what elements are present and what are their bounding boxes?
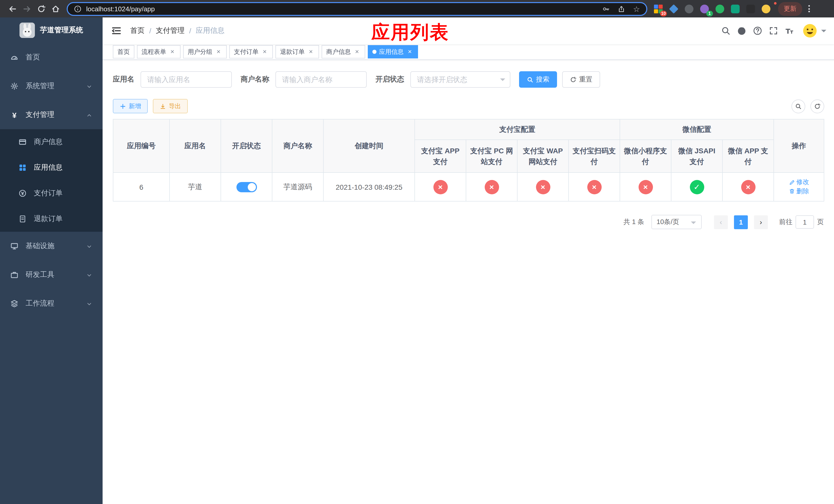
bookmark-star-icon[interactable]: ☆ [632, 4, 641, 13]
help-icon[interactable] [749, 23, 765, 39]
cell-created: 2021-10-23 08:49:25 [323, 173, 415, 201]
page-1-button[interactable]: 1 [734, 215, 748, 229]
sidebar-item-app-info[interactable]: 应用信息 [0, 155, 103, 181]
chevron-down-icon [86, 272, 92, 278]
sidebar-item-infrastructure[interactable]: 基础设施 [0, 232, 103, 260]
cell-app-name: 芋道 [170, 173, 221, 201]
cell-wx-jsapi [671, 173, 722, 201]
grid-icon [19, 164, 27, 172]
search-toggle-button[interactable] [791, 99, 805, 113]
page: localhost:1024/pay/app ☆ 10 1 [0, 0, 834, 504]
tab-refund-order[interactable]: 退款订单× [276, 45, 319, 59]
reload-icon[interactable] [34, 2, 48, 16]
sidebar-item-system[interactable]: 系统管理 [0, 72, 103, 100]
page-size-select[interactable]: 10条/页 [652, 215, 702, 229]
sidebar-item-pay-order[interactable]: 支付订单 [0, 181, 103, 206]
col-status: 开启状态 [221, 119, 272, 173]
breadcrumb: 首页 / 支付管理 / 应用信息 [130, 26, 225, 36]
url-text[interactable]: localhost:1024/pay/app [86, 5, 595, 13]
refresh-button[interactable] [810, 99, 824, 113]
search-button[interactable]: 搜索 [519, 71, 557, 88]
chevron-up-icon [86, 112, 92, 118]
app-name-input[interactable] [140, 71, 232, 88]
extension-icon-1[interactable]: 10 [654, 4, 663, 14]
delete-button[interactable]: 删除 [789, 187, 809, 196]
site-info-icon[interactable] [73, 4, 82, 13]
breadcrumb-payment[interactable]: 支付管理 [156, 26, 185, 36]
sidebar-item-merchant-info[interactable]: 商户信息 [0, 129, 103, 155]
back-icon[interactable] [5, 2, 20, 16]
status-fail-icon [433, 180, 447, 194]
edit-button[interactable]: 修改 [789, 178, 809, 187]
forward-icon[interactable] [20, 2, 34, 16]
prev-page-button[interactable]: ‹ [714, 215, 728, 229]
status-fail-icon [638, 180, 653, 194]
pagination: 共 1 条 10条/页 ‹ 1 › 前往 页 [113, 215, 824, 229]
reset-button[interactable]: 重置 [562, 71, 600, 88]
url-bar[interactable]: localhost:1024/pay/app ☆ [67, 2, 647, 16]
sidebar-item-dev-tools[interactable]: 研发工具 [0, 260, 103, 289]
extension-icon-6[interactable] [730, 4, 740, 14]
cell-merchant: 芋道源码 [272, 173, 323, 201]
search-icon [795, 103, 802, 110]
extension-icon-2[interactable] [669, 4, 679, 14]
chevron-down-icon [86, 83, 92, 89]
sidebar: 芋道管理系统 首页 系统管理 ¥ [0, 18, 103, 504]
status-toggle[interactable] [236, 182, 257, 192]
dashboard-icon [10, 53, 19, 62]
close-icon[interactable]: × [215, 48, 222, 55]
filter-form: 应用名 商户名称 开启状态 [113, 71, 824, 88]
col-alipay-app: 支付宝 APP 支付 [415, 140, 466, 173]
extension-icon-3[interactable] [684, 4, 694, 14]
app-logo[interactable]: 芋道管理系统 [0, 18, 103, 43]
close-icon[interactable]: × [353, 48, 360, 55]
document-icon [19, 215, 27, 223]
next-page-button[interactable]: › [754, 215, 768, 229]
password-key-icon[interactable] [601, 4, 610, 13]
sidebar-item-refund-order[interactable]: 退款订单 [0, 206, 103, 232]
extension-icon-5[interactable] [715, 4, 725, 14]
home-icon[interactable] [48, 2, 63, 16]
caret-down-icon [821, 30, 826, 35]
tab-pay-order[interactable]: 支付订单× [229, 45, 273, 59]
add-button[interactable]: 新增 [113, 99, 148, 113]
browser-update-button[interactable]: 更新 [778, 2, 802, 16]
close-icon[interactable]: × [406, 48, 413, 55]
tab-home[interactable]: 首页 [113, 45, 134, 59]
tab-process-form[interactable]: 流程表单× [137, 45, 180, 59]
sidebar-item-workflow[interactable]: 工作流程 [0, 289, 103, 318]
close-icon[interactable]: × [261, 48, 268, 55]
font-size-icon[interactable] [781, 23, 797, 39]
export-button[interactable]: 导出 [153, 99, 188, 113]
user-menu[interactable] [802, 23, 826, 39]
status-fail-icon [741, 180, 755, 194]
close-icon[interactable]: × [169, 48, 176, 55]
user-avatar [802, 23, 818, 39]
goto-page-input[interactable] [795, 215, 814, 229]
extension-icon-7[interactable] [746, 4, 755, 14]
gear-icon [10, 82, 19, 90]
merchant-name-input[interactable] [276, 71, 367, 88]
share-icon[interactable] [616, 4, 626, 13]
tab-app-info[interactable]: 应用信息× [368, 45, 418, 59]
fullscreen-icon[interactable] [765, 23, 781, 39]
extension-icon-4[interactable]: 1 [700, 4, 709, 14]
tab-user-group[interactable]: 用户分组× [183, 45, 227, 59]
tab-merchant-info[interactable]: 商户信息× [322, 45, 365, 59]
breadcrumb-home[interactable]: 首页 [130, 26, 145, 36]
extension-badge-2: 1 [706, 10, 713, 16]
github-icon[interactable] [733, 23, 749, 39]
goto-label: 前往 [779, 217, 792, 227]
browser-menu-icon[interactable] [808, 5, 810, 12]
sidebar-item-payment[interactable]: ¥ 支付管理 [0, 100, 103, 129]
search-icon[interactable] [718, 23, 733, 39]
close-icon[interactable]: × [307, 48, 314, 55]
sidebar-toggle-icon[interactable] [111, 25, 122, 37]
app-title: 芋道管理系统 [40, 26, 83, 35]
sidebar-item-home[interactable]: 首页 [0, 43, 103, 72]
cell-alipay-qr [569, 173, 620, 201]
extension-icon-8[interactable] [761, 4, 771, 14]
update-dot-icon [774, 2, 776, 4]
col-wx-jsapi: 微信 JSAPI 支付 [671, 140, 722, 173]
status-select[interactable] [410, 71, 510, 88]
